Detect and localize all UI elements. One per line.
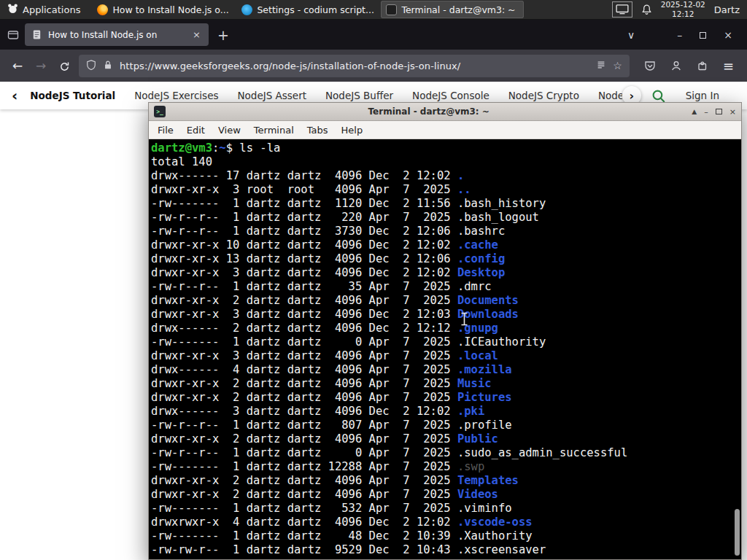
xfce-logo-icon xyxy=(7,3,18,16)
browser-minimize-button[interactable]: – xyxy=(668,29,691,41)
terminal-titlebar[interactable]: >_ Terminal - dartz@vm3: ~ ▲ – × xyxy=(149,103,741,121)
reader-view-icon[interactable] xyxy=(596,60,606,72)
terminal-menu-item[interactable]: Terminal xyxy=(247,122,301,138)
terminal-line: drwxr-xr-x 2 dartz dartz 4096 Apr 7 2025… xyxy=(151,294,731,308)
terminal-menu-item[interactable]: File xyxy=(151,122,180,138)
terminal-line: drwxr-xr-x 2 dartz dartz 4096 Apr 7 2025… xyxy=(151,474,731,488)
browser-navigation-toolbar: ← → https://www.geeksforgeeks.org/node-j… xyxy=(0,50,747,82)
forward-button[interactable]: → xyxy=(29,55,53,77)
gfg-nav-item[interactable]: NodeJS Exercises xyxy=(125,90,228,101)
browser-maximize-button[interactable] xyxy=(691,29,715,41)
site-security-lock-icon[interactable] xyxy=(103,60,113,72)
extensions-icon[interactable] xyxy=(689,60,716,71)
terminal-text-segment: .ICEauthority xyxy=(457,335,546,349)
gfg-nav-item[interactable]: NodeJS DNS xyxy=(589,90,622,101)
terminal-menu-item[interactable]: Edit xyxy=(180,122,212,138)
terminal-line: drwxr-xr-x 10 dartz dartz 4096 Dec 2 12:… xyxy=(151,238,731,252)
terminal-window-title: Terminal - dartz@vm3: ~ xyxy=(166,106,692,117)
terminal-text-segment: drwxr-xr-x 3 root root 4096 Apr 7 2025 xyxy=(151,183,457,196)
terminal-scrollbar-thumb[interactable] xyxy=(735,509,740,556)
clock-date: 2025-12-02 xyxy=(661,0,705,9)
reload-button[interactable] xyxy=(53,55,76,77)
terminal-text-segment: Documents xyxy=(457,294,519,307)
notification-bell-icon[interactable] xyxy=(641,4,652,15)
pocket-icon[interactable] xyxy=(637,60,663,71)
panel-clock[interactable]: 2025-12-02 12:12 xyxy=(661,0,705,19)
panel-user-label[interactable]: Dartz xyxy=(714,4,740,15)
gfg-nav-item[interactable]: NodeJS Assert xyxy=(228,90,316,101)
gfg-nav-item[interactable]: NodeJS Tutorial xyxy=(20,90,125,101)
terminal-scrollbar[interactable] xyxy=(734,141,740,558)
terminal-text-segment: Templates xyxy=(457,474,519,487)
terminal-menu-item[interactable]: Help xyxy=(335,122,370,138)
terminal-menu-item[interactable]: Tabs xyxy=(301,122,335,138)
terminal-text-segment: .pki xyxy=(457,405,484,418)
bookmark-star-icon[interactable]: ☆ xyxy=(613,60,622,71)
url-bar[interactable]: https://www.geeksforgeeks.org/node-js/in… xyxy=(79,55,630,77)
gfg-search-icon[interactable] xyxy=(651,89,665,103)
terminal-minimize-button[interactable]: – xyxy=(704,108,708,116)
terminal-text-segment: drwxrwxr-x 4 dartz dartz 4096 Dec 2 12:0… xyxy=(151,516,457,529)
terminal-text-segment: drwx------ 2 dartz dartz 4096 Dec 2 12:1… xyxy=(151,322,457,335)
terminal-line: -rw-r--r-- 1 dartz dartz 220 Apr 7 2025 … xyxy=(151,211,731,225)
terminal-text-segment: .profile xyxy=(457,419,512,432)
tab-close-button[interactable]: × xyxy=(191,29,202,40)
terminal-text-segment: Downloads xyxy=(457,308,519,321)
terminal-text-segment: -rw------- 1 dartz dartz 1120 Dec 2 11:5… xyxy=(151,197,457,210)
applications-label: Applications xyxy=(23,4,80,15)
terminal-line: drwx------ 3 dartz dartz 4096 Dec 2 12:0… xyxy=(151,405,731,419)
hamburger-menu-icon[interactable]: ≡ xyxy=(716,58,741,74)
terminal-line: dartz@vm3:~$ ls -la xyxy=(151,141,731,155)
terminal-menu-item[interactable]: View xyxy=(212,122,247,138)
url-text[interactable]: https://www.geeksforgeeks.org/node-js/in… xyxy=(120,61,589,71)
terminal-text-segment: .cache xyxy=(457,238,498,252)
tab-favicon xyxy=(31,29,42,40)
firefox-view-icon[interactable] xyxy=(7,29,19,41)
terminal-text-segment: drwx------ 3 dartz dartz 4096 Dec 2 12:0… xyxy=(151,405,457,418)
terminal-line: -rw------- 1 dartz dartz 48 Dec 2 10:39 … xyxy=(151,529,731,543)
terminal-shade-button[interactable]: ▲ xyxy=(692,109,697,115)
terminal-line: -rw------- 1 dartz dartz 532 Apr 7 2025 … xyxy=(151,502,731,516)
terminal-icon xyxy=(386,4,397,15)
terminal-text-segment: drwxr-xr-x 3 dartz dartz 4096 Dec 2 12:0… xyxy=(151,308,457,321)
terminal-text-segment: drwxr-xr-x 10 dartz dartz 4096 Dec 2 12:… xyxy=(151,238,457,252)
maximize-icon xyxy=(716,109,722,114)
desktop: Applications How to Install Node.js o...… xyxy=(0,0,747,560)
terminal-line: drwxr-xr-x 3 dartz dartz 4096 Apr 7 2025… xyxy=(151,349,731,363)
tracking-protection-shield-icon[interactable] xyxy=(86,60,96,72)
terminal-line: -rw-r--r-- 1 dartz dartz 0 Apr 7 2025 .s… xyxy=(151,446,731,460)
terminal-text-segment: -rw------- 1 dartz dartz 0 Apr 7 2025 xyxy=(151,335,457,349)
gfg-scroll-left-chevron[interactable]: ‹ xyxy=(9,88,20,103)
terminal-line: -rw------- 1 dartz dartz 12288 Apr 7 202… xyxy=(151,460,731,474)
taskbar-button[interactable]: Terminal - dartz@vm3: ~ xyxy=(381,1,524,18)
browser-close-button[interactable]: × xyxy=(715,29,741,41)
terminal-text-segment: drwxr-xr-x 3 dartz dartz 4096 Apr 7 2025 xyxy=(151,349,457,362)
terminal-text-segment: Public xyxy=(457,432,498,446)
gfg-nav-item[interactable]: NodeJS Console xyxy=(403,90,499,101)
terminal-text-segment: -rw-r--r-- 1 dartz dartz 807 Apr 7 2025 xyxy=(151,419,457,432)
terminal-line: -rw-r--r-- 1 dartz dartz 807 Apr 7 2025 … xyxy=(151,419,731,432)
terminal-maximize-button[interactable] xyxy=(716,108,722,116)
taskbar-button-label: Settings - codium script... xyxy=(257,4,374,15)
terminal-line: drwxr-xr-x 13 dartz dartz 4096 Dec 2 12:… xyxy=(151,252,731,266)
terminal-text-segment: $ xyxy=(226,141,240,155)
terminal-body[interactable]: dartz@vm3:~$ ls -latotal 140drwx------ 1… xyxy=(149,139,741,559)
terminal-text-segment: .mozilla xyxy=(457,363,512,376)
taskbar-button[interactable]: How to Install Node.js o... xyxy=(92,1,235,18)
taskbar-button[interactable]: Settings - codium script... xyxy=(236,1,379,18)
back-button[interactable]: ← xyxy=(6,55,29,77)
terminal-text-segment: .Xauthority xyxy=(457,529,533,542)
browser-tab[interactable]: How to Install Node.js on × xyxy=(25,23,209,46)
toolbar-right-icons: ≡ xyxy=(637,58,741,74)
list-all-tabs-button[interactable]: ∨ xyxy=(619,29,643,41)
terminal-text-segment: -rw-r--r-- 1 dartz dartz 3730 Dec 2 12:0… xyxy=(151,225,457,238)
account-icon[interactable] xyxy=(663,60,689,71)
gfg-sign-in-link[interactable]: Sign In xyxy=(686,90,719,101)
applications-menu-button[interactable]: Applications xyxy=(0,0,88,19)
gfg-nav-item[interactable]: NodeJS Crypto xyxy=(499,90,589,101)
terminal-text-segment: drwxr-xr-x 2 dartz dartz 4096 Apr 7 2025 xyxy=(151,391,457,404)
display-tray-icon[interactable] xyxy=(612,1,632,18)
new-tab-button[interactable]: + xyxy=(209,27,238,43)
gfg-nav-item[interactable]: NodeJS Buffer xyxy=(316,90,403,101)
terminal-close-button[interactable]: × xyxy=(729,108,736,116)
